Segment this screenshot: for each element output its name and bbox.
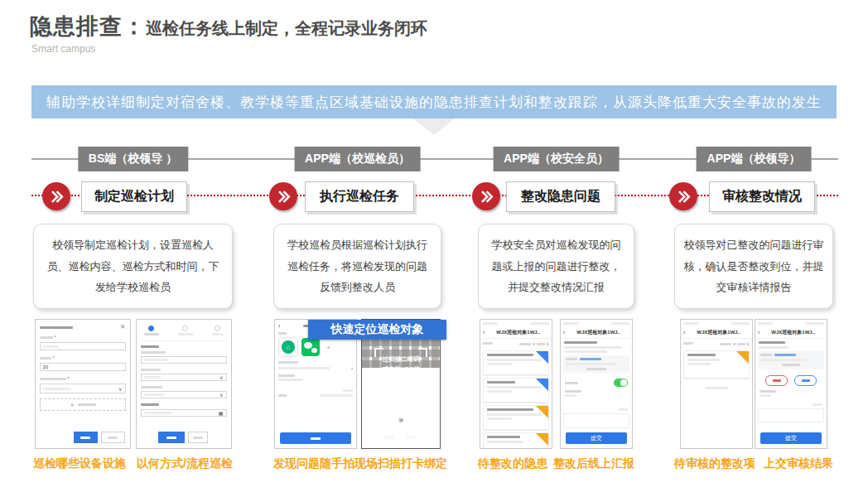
tab-scan-qr[interactable]: 扫码 (384, 434, 395, 442)
status-bar-skeleton (683, 322, 698, 325)
step-description: 校领导对已整改的问题进行审核，确认是否整改到位，并提交审核详情报告 (674, 224, 833, 309)
step-label-skeleton (212, 333, 224, 335)
card-line-skeleton (487, 417, 512, 420)
tab-nfc[interactable]: NFC (407, 434, 417, 442)
hazard-card[interactable] (483, 350, 549, 375)
cancel-button[interactable] (101, 432, 125, 443)
caption-devices: 巡检哪些设备设施 (33, 456, 126, 471)
status-bar-skeleton (531, 322, 549, 325)
app-submit-button[interactable] (280, 432, 351, 444)
link-text-skeleton[interactable] (580, 358, 601, 360)
plan-type-select[interactable]: ∨ (141, 374, 227, 381)
panel-button-skeleton (782, 364, 800, 366)
add-item-button[interactable]: ＋ (40, 398, 126, 411)
scan-hint-skeleton (384, 409, 417, 412)
panel-line-skeleton (760, 359, 807, 361)
plan-name-input[interactable] (141, 356, 227, 364)
remark-label-skeleton (565, 390, 581, 393)
approve-button[interactable] (794, 375, 817, 386)
field-label-skeleton (40, 357, 51, 359)
remark-label-skeleton (760, 390, 776, 393)
flow-column-rectify: APP端（校安全员） 整改隐患问题 学校安全员对巡检发现的问题或上报的问题进行整… (476, 141, 636, 497)
form-line-skeleton (564, 346, 622, 349)
info-panel (563, 355, 629, 373)
input-value-skeleton (144, 359, 169, 361)
method-select[interactable]: ∨ (40, 384, 126, 393)
required-asterisk: * (68, 376, 70, 381)
screenshot-hazard-list: ‹WJX巡检对象1WJ.. ∨ ∨ (480, 319, 552, 449)
status-bar-skeleton (806, 322, 824, 325)
reject-button[interactable] (765, 375, 788, 386)
input-value-skeleton (144, 412, 172, 414)
hazard-card[interactable] (483, 432, 549, 449)
step-dot (215, 326, 220, 331)
submit-button[interactable]: 提交 (760, 432, 822, 444)
form-line-skeleton (564, 350, 607, 353)
chevron-down-icon: ∨ (219, 392, 223, 398)
button-label-skeleton (80, 437, 90, 439)
status-ribbon-pending (536, 433, 548, 446)
date-range-input[interactable]: ▦ (141, 409, 227, 417)
next-step-button[interactable] (158, 432, 185, 443)
status-ribbon-rectified (536, 379, 548, 391)
step-description: 校领导制定巡检计划，设置巡检人员、巡检内容、巡检方式和时间，下发给学校巡检员 (33, 224, 233, 309)
step-dot-active (148, 326, 154, 331)
scan-instruction-text: 过扫描二维码或支持NFC的终端靠近NFC设备进行打卡点绑定 (379, 355, 422, 406)
panel-label-skeleton (760, 354, 772, 356)
back-icon[interactable]: ‹ (563, 330, 565, 335)
close-icon[interactable]: ✕ (120, 324, 126, 331)
back-icon[interactable]: ‹ (483, 330, 485, 335)
submit-button[interactable]: 提交 (566, 432, 627, 444)
plus-icon: ＋ (69, 400, 75, 409)
chevron-down-icon: ∨ (219, 374, 223, 380)
back-icon[interactable]: ‹ (278, 323, 280, 329)
page-title: 隐患排查：巡检任务线上制定，全程记录业务闭环 (30, 12, 427, 41)
hazard-card[interactable] (483, 378, 549, 403)
plus-icon[interactable]: ＋ (325, 342, 332, 353)
list-label-skeleton (278, 361, 298, 364)
rectified-toggle[interactable] (614, 379, 628, 387)
status-bar-skeleton (483, 322, 498, 325)
panel-button-skeleton (586, 368, 606, 370)
review-card[interactable] (683, 350, 750, 379)
plan-target-select[interactable]: ∨ (141, 391, 227, 398)
field-label-skeleton (141, 369, 161, 371)
card-line-skeleton (487, 441, 523, 443)
photo-upload-area[interactable] (758, 408, 824, 422)
hazard-card[interactable] (483, 405, 549, 430)
role-badge: APP端（校领导） (697, 147, 812, 171)
select-value-skeleton (144, 376, 161, 379)
score-value: 20 (43, 364, 49, 369)
back-icon[interactable]: ‹ (758, 330, 760, 335)
caption-scan: 现场扫描打卡绑定 (354, 456, 447, 471)
caption-method: 以何方式/流程巡检 (137, 456, 233, 471)
card-line-skeleton (687, 359, 721, 361)
page-title-secondary: 巡检任务线上制定，全程记录业务闭环 (146, 19, 427, 37)
button-label-skeleton (773, 379, 781, 382)
summary-banner: 辅助学校详细制定对宿舍楼、教学楼等重点区域基础设施的隐患排查计划和整改跟踪，从源… (31, 85, 837, 118)
flow-column-plan: BS端（校领导 ） 制定巡检计划 校领导制定巡检计划，设置巡检人员、巡检内容、巡… (31, 141, 234, 497)
summary-banner-text: 辅助学校详细制定对宿舍楼、教学楼等重点区域基础设施的隐患排查计划和整改跟踪，从源… (46, 93, 822, 112)
back-icon[interactable]: ‹ (683, 330, 685, 335)
page-title-primary: 隐患排查： (30, 14, 146, 39)
double-chevron-icon (669, 182, 697, 210)
select-value-skeleton (43, 388, 71, 390)
photo-upload-area[interactable] (563, 413, 629, 428)
filter-dropdowns[interactable]: ∨ ∨ (519, 341, 549, 346)
status-bar-skeleton (563, 322, 578, 325)
filter-dropdowns[interactable]: ∨ ∨ (720, 341, 750, 346)
step-description: 学校安全员对巡检发现的问题或上报的问题进行整改，并提交整改情况汇报 (478, 224, 634, 309)
confirm-button[interactable] (74, 432, 98, 443)
panel-label-skeleton (566, 358, 577, 360)
status-bar-skeleton (611, 322, 629, 325)
filter-count-skeleton (683, 342, 693, 345)
step-title: 执行巡检任务 (305, 181, 414, 212)
link-text-skeleton[interactable] (774, 354, 796, 356)
name-input[interactable] (40, 342, 126, 350)
field-label-skeleton (40, 336, 53, 339)
screenshot-group: ✕ * * 20 * ∨ ＋ ∨ ∨ (31, 319, 234, 449)
score-input[interactable]: 20 (40, 363, 126, 371)
toggle-label-skeleton (565, 382, 578, 384)
save-button[interactable] (188, 432, 208, 443)
filter-count-skeleton (483, 342, 493, 345)
